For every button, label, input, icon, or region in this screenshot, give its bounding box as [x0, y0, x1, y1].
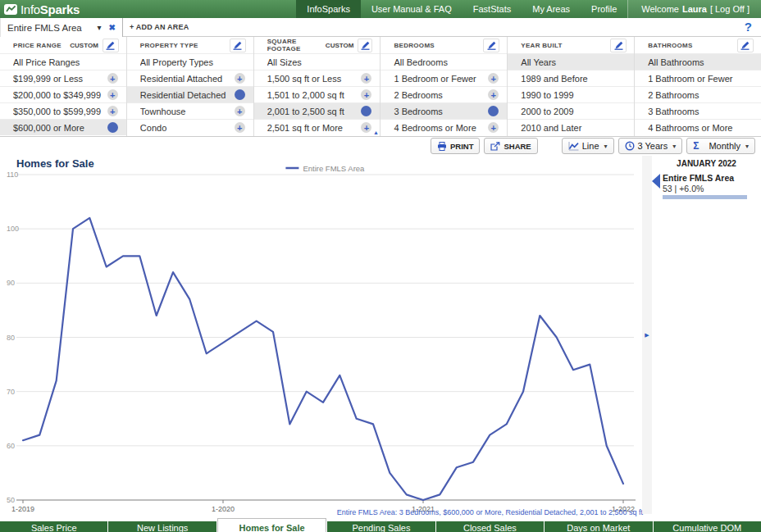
plus-icon[interactable]: + — [107, 89, 118, 100]
filter-option-label: 2000 to 2009 — [521, 107, 626, 116]
chevron-down-icon[interactable]: ▾ — [98, 23, 102, 32]
filter-option-label: Condo — [140, 123, 235, 133]
filter-option-4-bathrooms-or-more[interactable]: 4 Bathrooms or More — [635, 119, 761, 135]
filter-option-residential-attached[interactable]: Residential Attached+ — [127, 70, 253, 86]
plus-icon[interactable]: + — [235, 73, 245, 84]
filter-column-header: PRICE RANGECUSTOM — [0, 37, 126, 53]
filter-option-label: 2,501 sq ft or More — [267, 123, 362, 133]
nav-item-infosparks[interactable]: InfoSparks — [296, 0, 361, 18]
edit-chart-icon[interactable] — [737, 39, 754, 52]
filter-option-label: All Bathrooms — [648, 57, 753, 67]
filter-option-2-bathrooms[interactable]: 2 Bathrooms — [635, 86, 761, 102]
plus-icon[interactable]: + — [107, 73, 118, 84]
edit-chart-icon[interactable] — [610, 39, 627, 52]
filter-option-all-bathrooms[interactable]: All Bathrooms — [635, 53, 761, 70]
filter-option-all-sizes[interactable]: All Sizes — [254, 53, 380, 70]
tab-homes-for-sale[interactable]: Homes for Sale — [217, 518, 326, 532]
custom-link[interactable]: CUSTOM — [326, 42, 354, 49]
plus-icon[interactable]: + — [361, 122, 371, 133]
filter-option-all-years[interactable]: All Years — [508, 53, 634, 70]
plus-icon[interactable]: + — [488, 73, 499, 84]
selected-radio-icon[interactable] — [488, 106, 499, 116]
tab-new-listings[interactable]: New Listings — [108, 521, 216, 532]
close-icon[interactable]: ✖ — [109, 23, 116, 32]
plus-icon[interactable]: + — [488, 122, 499, 133]
area-tab[interactable]: Entire FMLS Area ▾ ✖ — [0, 18, 123, 37]
tab-days-on-market[interactable]: Days on Market — [545, 521, 652, 532]
area-tab-label: Entire FMLS Area — [7, 23, 98, 33]
svg-text:110: 110 — [7, 171, 18, 179]
nav-item-faststats[interactable]: FastStats — [463, 0, 522, 18]
edit-chart-icon[interactable] — [483, 39, 499, 52]
filter-column-title: SQUARE FOOTAGE — [267, 38, 326, 52]
logoff-link[interactable]: [ Log Off ] — [710, 4, 750, 14]
prev-month-icon[interactable] — [652, 174, 660, 189]
custom-link[interactable]: CUSTOM — [70, 42, 98, 49]
printer-icon — [437, 142, 447, 151]
user-name: Laura — [682, 4, 707, 14]
filter-option-4-bedrooms-or-more[interactable]: 4 Bedrooms or More+ — [380, 119, 507, 135]
filter-option-1-bathroom-or-fewer[interactable]: 1 Bathroom or Fewer — [635, 70, 761, 86]
scroll-up-icon[interactable]: ▲ — [373, 130, 379, 135]
filter-option-1-bedroom-or-fewer[interactable]: 1 Bedroom or Fewer+ — [380, 70, 507, 86]
nav-item-profile[interactable]: Profile — [581, 0, 627, 18]
expand-panel-icon[interactable]: ▶ — [645, 332, 649, 514]
plus-icon[interactable]: + — [488, 89, 499, 100]
filter-option-townhouse[interactable]: Townhouse+ — [127, 102, 253, 119]
edit-chart-icon[interactable] — [358, 39, 372, 52]
filter-option-all-property-types[interactable]: All Property Types — [127, 53, 253, 70]
filter-option-condo[interactable]: Condo+ — [127, 119, 253, 135]
edit-chart-icon[interactable] — [230, 39, 246, 52]
filter-option-1989-and-before[interactable]: 1989 and Before — [508, 70, 634, 86]
tab-closed-sales[interactable]: Closed Sales — [436, 521, 544, 532]
help-button[interactable]: ? — [745, 20, 752, 34]
filter-option-2-bedrooms[interactable]: 2 Bedrooms+ — [380, 86, 507, 102]
print-button[interactable]: PRINT — [431, 138, 481, 154]
filter-option-label: 4 Bedrooms or More — [394, 123, 488, 133]
selected-radio-icon[interactable] — [107, 122, 118, 133]
plus-icon[interactable]: + — [107, 106, 118, 116]
share-button[interactable]: SHARE — [484, 138, 537, 154]
filter-option-1-500-sq-ft-or-less[interactable]: 1,500 sq ft or Less+ — [254, 70, 380, 86]
plus-icon[interactable]: + — [235, 106, 245, 116]
filter-option-2-501-sq-ft-or-more[interactable]: 2,501 sq ft or More+ — [254, 119, 380, 135]
filter-option-residential-detached[interactable]: Residential Detached — [127, 86, 253, 102]
filter-option-199-999-or-less[interactable]: $199,999 or Less+ — [0, 70, 126, 86]
filter-option-3-bathrooms[interactable]: 3 Bathrooms — [635, 102, 761, 119]
plus-icon[interactable]: + — [361, 89, 371, 100]
plus-icon[interactable]: + — [361, 73, 371, 84]
chevron-down-icon: ▾ — [745, 143, 749, 150]
line-chart[interactable]: 11010090807060501-20191-20201-20211-2022… — [0, 156, 644, 514]
filter-option-2010-and-later[interactable]: 2010 and Later — [508, 119, 634, 135]
filter-option-all-price-ranges[interactable]: All Price Ranges — [0, 53, 126, 70]
svg-text:80: 80 — [7, 334, 15, 342]
filter-option-1-501-to-2-000-sq-ft[interactable]: 1,501 to 2,000 sq ft+ — [254, 86, 380, 102]
filter-column-title: BATHROOMS — [648, 42, 693, 49]
filter-option-1990-to-1999[interactable]: 1990 to 1999 — [508, 86, 634, 102]
time-range-dropdown[interactable]: 3 Years ▾ — [618, 138, 683, 154]
add-area-button[interactable]: + ADD AN AREA — [130, 23, 189, 31]
filter-option-label: $600,000 or More — [13, 123, 107, 133]
interval-dropdown[interactable]: Σ Monthly ▾ — [686, 138, 755, 154]
filter-option-all-bedrooms[interactable]: All Bedrooms — [380, 53, 507, 70]
filter-option-600-000-or-more[interactable]: $600,000 or More — [0, 119, 126, 135]
selected-radio-icon[interactable] — [235, 89, 245, 100]
chart-type-dropdown[interactable]: Line ▾ — [562, 138, 614, 154]
filter-option-2-001-to-2-500-sq-ft[interactable]: 2,001 to 2,500 sq ft — [254, 102, 380, 119]
tab-sales-price[interactable]: Sales Price — [0, 521, 107, 532]
chevron-down-icon: ▾ — [672, 143, 676, 150]
filter-option-2000-to-2009[interactable]: 2000 to 2009 — [508, 102, 634, 119]
selected-radio-icon[interactable] — [361, 106, 371, 116]
filter-column-bedrooms: BEDROOMSAll Bedrooms1 Bedroom or Fewer+2… — [380, 37, 507, 136]
tab-pending-sales[interactable]: Pending Sales — [327, 521, 435, 532]
sigma-icon[interactable]: Σ — [693, 140, 699, 152]
nav-item-my-areas[interactable]: My Areas — [522, 0, 581, 18]
filter-option-350-000-to-599-999[interactable]: $350,000 to $599,999+ — [0, 102, 126, 119]
infosparks-logo[interactable]: Info Sparks — [0, 0, 80, 18]
filter-option-3-bedrooms[interactable]: 3 Bedrooms — [380, 102, 507, 119]
tab-cumulative-dom[interactable]: Cumulative DOM — [654, 521, 761, 532]
plus-icon[interactable]: + — [235, 122, 245, 133]
nav-item-user-manual-faq[interactable]: User Manual & FAQ — [361, 0, 463, 18]
edit-chart-icon[interactable] — [103, 39, 119, 52]
filter-option-200-000-to-349-999[interactable]: $200,000 to $349,999+ — [0, 86, 126, 102]
